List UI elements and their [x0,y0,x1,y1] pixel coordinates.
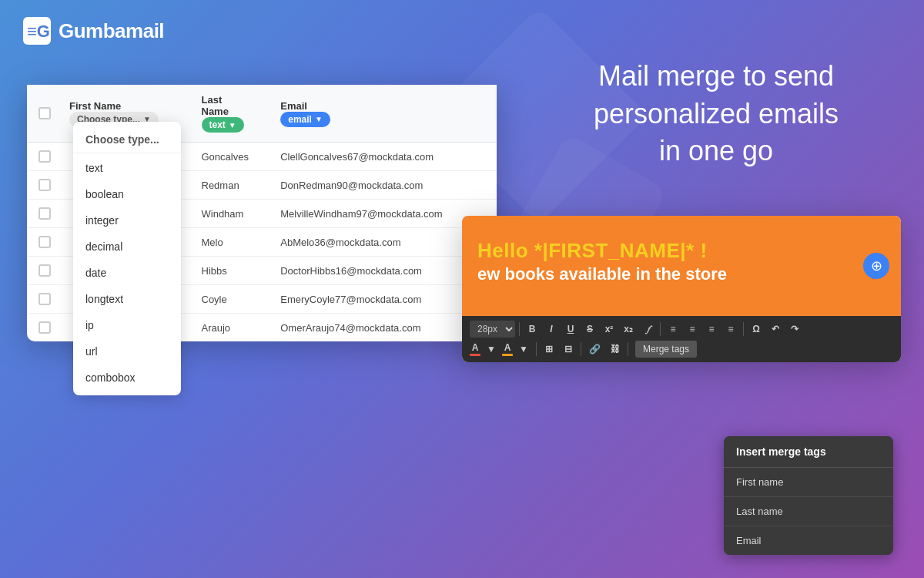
merge-tags-button[interactable]: Merge tags [635,341,697,358]
dropdown-item[interactable]: integer [73,207,181,234]
dropdown-item[interactable]: longtext [73,286,181,312]
col-last-name-label: LastName [202,94,266,117]
undo-button[interactable]: ↶ [767,321,784,338]
align-left-button[interactable]: ≡ [665,321,681,338]
headline: Mail merge to send personalized emails i… [554,58,878,170]
col-first-name-label: First Name [69,100,186,112]
row-last-name: Goncalves [194,143,273,171]
svg-text:≡G: ≡G [27,22,50,41]
row-checkbox-cell [27,143,62,171]
dropdown-item[interactable]: text [73,155,181,181]
move-handle[interactable]: ⊕ [863,253,889,279]
highlight-color-button[interactable]: A [502,342,513,356]
headline-line3: in one go [554,133,878,170]
badge-arrow-green-icon: ▼ [229,121,236,129]
editor-merge-text: Hello *|FIRST_NAME|* ! [477,239,886,263]
omega-button[interactable]: Ω [748,321,765,338]
toolbar-row-2: A ▼ A ▼ ⊞ ⊟ 🔗 ⛓ Merge tags [470,341,893,358]
font-size-select[interactable]: 28px 14px 16px 18px 24px 36px [470,321,515,338]
redo-button[interactable]: ↷ [786,321,803,338]
italic2-button[interactable]: 𝑓 [639,321,656,338]
color-dropdown-btn[interactable]: ▼ [483,341,500,358]
row-last-name: Windham [194,200,273,228]
font-color-button[interactable]: A [470,342,480,356]
logo-text: Gumbamail [59,19,164,43]
merge-tag-item[interactable]: Last name [724,497,893,526]
select-all-checkbox[interactable] [38,107,51,119]
dropdown-item[interactable]: boolean [73,181,181,207]
unlink-button[interactable]: ⛓ [607,341,624,358]
highlight-dropdown-btn[interactable]: ▼ [515,341,532,358]
row-last-name: Hibbs [194,257,273,285]
bold-button[interactable]: B [524,321,541,338]
col-email-label: Email [280,100,489,112]
merge-tags-list: First nameLast nameEmail [724,468,893,555]
underline-button[interactable]: U [562,321,579,338]
toolbar-row-1: 28px 14px 16px 18px 24px 36px B I U S x²… [470,321,893,338]
row-checkbox-cell [27,285,62,314]
link-button[interactable]: 🔗 [585,341,604,358]
merge-tag-item[interactable]: First name [724,468,893,497]
col-last-name: LastName text ▼ [194,85,273,143]
merge-tags-panel: Insert merge tags First nameLast nameEma… [724,436,893,555]
row-checkbox[interactable] [38,179,51,191]
row-last-name: Araujo [194,314,273,342]
editor-panel: Hello *|FIRST_NAME|* ! ew books availabl… [462,216,901,362]
row-checkbox-cell [27,257,62,285]
row-email: DonRedman90@mockdata.com [273,171,497,200]
badge-arrow-blue-icon: ▼ [315,115,323,123]
headline-line2: personalized emails [554,96,878,133]
row-checkbox-cell [27,314,62,342]
italic-button[interactable]: I [543,321,560,338]
table-button[interactable]: ⊞ [541,341,557,358]
email-type-badge[interactable]: email ▼ [280,112,330,127]
row-checkbox[interactable] [38,293,51,305]
editor-content-area: Hello *|FIRST_NAME|* ! ew books availabl… [462,216,901,316]
row-checkbox[interactable] [38,150,51,163]
align-center-button[interactable]: ≡ [684,321,701,338]
editor-sub-text: ew books available in the store [477,264,886,284]
row-checkbox[interactable] [38,236,51,248]
dropdown-item[interactable]: Choose type... [73,126,181,153]
table2-button[interactable]: ⊟ [560,341,577,358]
dropdown-item[interactable]: date [73,260,181,286]
dropdown-item[interactable]: decimal [73,234,181,260]
row-checkbox[interactable] [38,264,51,277]
row-checkbox[interactable] [38,321,51,334]
align-right-button[interactable]: ≡ [703,321,720,338]
row-checkbox-cell [27,228,62,257]
row-checkbox-cell [27,171,62,200]
logo-icon: ≡G [23,17,51,45]
align-justify-button[interactable]: ≡ [722,321,739,338]
logo: ≡G Gumbamail [23,17,164,45]
subscript-button[interactable]: x₂ [620,321,637,338]
col-email: Email email ▼ [273,85,497,143]
editor-toolbar: 28px 14px 16px 18px 24px 36px B I U S x²… [462,316,901,362]
row-checkbox-cell [27,200,62,228]
dropdown-item[interactable]: url [73,338,181,365]
merge-tag-item[interactable]: Email [724,526,893,555]
superscript-button[interactable]: x² [601,321,618,338]
row-email: ClellGoncalves67@mockdata.com [273,143,497,171]
row-checkbox[interactable] [38,207,51,220]
row-last-name: Redman [194,171,273,200]
last-name-type-badge[interactable]: text ▼ [202,117,244,133]
merge-tags-title: Insert merge tags [724,436,893,468]
dropdown-item[interactable]: ip [73,312,181,338]
row-last-name: Coyle [194,285,273,314]
row-last-name: Melo [194,228,273,257]
col-checkbox [27,85,62,143]
headline-line1: Mail merge to send [554,58,878,96]
dropdown-item[interactable]: combobox [73,365,181,391]
strikethrough-button[interactable]: S [581,321,598,338]
type-dropdown[interactable]: Choose type...textbooleanintegerdecimald… [73,122,181,395]
